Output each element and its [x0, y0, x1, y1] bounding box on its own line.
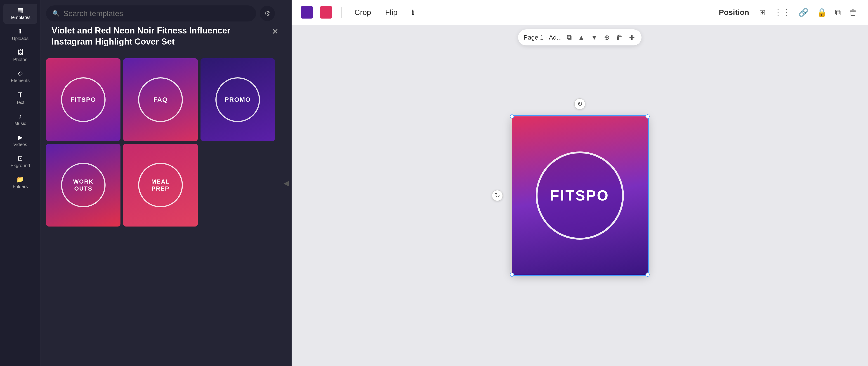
templates-grid: FITSPO FAQ PROMO WORK OUTS	[41, 58, 280, 226]
design-fitspo-text: FITSPO	[550, 187, 609, 204]
handle-bottom-left[interactable]	[510, 273, 514, 277]
template-card-promo[interactable]: PROMO	[200, 58, 275, 141]
sidebar-item-text[interactable]: T Text	[3, 88, 37, 109]
circle-label: FITSPO	[61, 77, 106, 122]
template-card-mealprep[interactable]: MEAL PREP	[123, 144, 197, 226]
page-up-button[interactable]: ▲	[577, 32, 586, 43]
text-icon: T	[18, 91, 23, 98]
template-card-fitspo[interactable]: FITSPO	[46, 58, 121, 141]
sidebar-item-label: Bkground	[11, 163, 30, 168]
info-button[interactable]: ℹ	[408, 6, 418, 18]
folders-icon: 📁	[16, 176, 24, 183]
circle-label: MEAL PREP	[138, 163, 183, 208]
circle-label: PROMO	[215, 77, 260, 122]
sidebar-item-label: Uploads	[12, 36, 29, 41]
search-icon: 🔍	[53, 10, 60, 17]
videos-icon: ▶	[18, 134, 23, 141]
lock-icon-button[interactable]: 🔒	[815, 6, 829, 19]
templates-panel: 🔍 ⚙ Violet and Red Neon Noir Fitness Inf…	[41, 0, 280, 366]
sidebar-item-folders[interactable]: 📁 Folders	[3, 173, 37, 193]
sidebar-item-background[interactable]: ⊡ Bkground	[3, 152, 37, 172]
sidebar-item-label: Elements	[11, 78, 30, 83]
sidebar-item-label: Videos	[13, 142, 27, 147]
sidebar-item-label: Music	[14, 121, 26, 126]
search-bar: 🔍 ⚙	[41, 0, 280, 25]
page-add-button[interactable]: ✚	[628, 32, 636, 43]
handle-bottom-right[interactable]	[646, 273, 650, 277]
filter-button[interactable]: ⚙	[260, 6, 275, 21]
template-card-faq[interactable]: FAQ	[123, 58, 197, 141]
rotate-top-handle[interactable]: ↻	[574, 98, 585, 110]
position-button[interactable]: Position	[715, 6, 753, 19]
top-toolbar: Crop Flip ℹ Position ⊞ ⋮⋮ 🔗 🔒 ⧉ 🗑	[291, 0, 868, 25]
search-input-wrapper[interactable]: 🔍	[46, 5, 256, 22]
align-icon-button[interactable]: ⊞	[757, 6, 768, 19]
template-card-workouts[interactable]: WORK OUTS	[46, 144, 121, 226]
background-icon: ⊡	[18, 155, 23, 162]
page-toolbar: Page 1 - Ad... ⧉ ▲ ▼ ⊕ 🗑 ✚	[518, 29, 642, 45]
music-icon: ♪	[19, 113, 22, 120]
search-input[interactable]	[63, 9, 250, 18]
delete-icon-button[interactable]: 🗑	[847, 6, 859, 19]
design-card[interactable]: ↻ FITSPO	[512, 116, 648, 275]
sidebar: ▦ Templates ⬆ Uploads 🖼 Photos ◇ Element…	[0, 0, 41, 366]
sidebar-item-photos[interactable]: 🖼 Photos	[3, 45, 37, 66]
canvas-area: Crop Flip ℹ Position ⊞ ⋮⋮ 🔗 🔒 ⧉ 🗑 Page 1…	[291, 0, 868, 366]
page-delete-button[interactable]: 🗑	[615, 32, 624, 43]
elements-icon: ◇	[18, 70, 23, 77]
sidebar-item-videos[interactable]: ▶ Videos	[3, 131, 37, 151]
sidebar-item-label: Folders	[13, 184, 28, 189]
canvas-content: ↻ ↻ FITSPO	[291, 25, 868, 366]
page-label: Page 1 - Ad...	[524, 34, 562, 41]
page-down-button[interactable]: ▼	[590, 32, 599, 43]
arrange-icon-button[interactable]: ⧉	[833, 6, 843, 19]
link-icon-button[interactable]: 🔗	[797, 6, 810, 19]
flip-button[interactable]: Flip	[381, 6, 401, 19]
sidebar-item-label: Templates	[10, 15, 31, 20]
templates-icon: ▦	[18, 7, 23, 13]
collapse-arrow-icon: ◀	[283, 179, 289, 187]
sidebar-item-uploads[interactable]: ⬆ Uploads	[3, 25, 37, 45]
collapse-handle[interactable]: ◀	[280, 0, 291, 366]
uploads-icon: ⬆	[18, 28, 23, 35]
sidebar-item-music[interactable]: ♪ Music	[3, 110, 37, 130]
handle-top-left[interactable]	[510, 114, 514, 118]
rotate-side-handle[interactable]: ↻	[492, 190, 503, 201]
page-copy-icon-button[interactable]: ⧉	[565, 32, 573, 43]
top-right-toolbar: Position ⊞ ⋮⋮ 🔗 🔒 ⧉ 🗑	[715, 6, 859, 19]
grid-icon-button[interactable]: ⋮⋮	[772, 6, 792, 19]
close-panel-button[interactable]: ✕	[270, 25, 280, 38]
circle-label: WORK OUTS	[61, 163, 106, 208]
handle-top-right[interactable]	[646, 114, 650, 118]
sidebar-item-elements[interactable]: ◇ Elements	[3, 67, 37, 87]
toolbar-divider	[341, 7, 342, 18]
sidebar-item-templates[interactable]: ▦ Templates	[3, 4, 37, 24]
sidebar-item-label: Text	[16, 100, 24, 105]
photos-icon: 🖼	[17, 49, 24, 56]
color-swatch-red[interactable]	[320, 6, 332, 19]
template-title-row: Violet and Red Neon Noir Fitness Influen…	[41, 25, 280, 58]
sidebar-item-label: Photos	[13, 57, 27, 62]
circle-label: FAQ	[138, 77, 183, 122]
crop-button[interactable]: Crop	[351, 6, 375, 19]
template-title: Violet and Red Neon Noir Fitness Influen…	[46, 25, 250, 53]
color-swatch-purple[interactable]	[301, 6, 313, 19]
page-duplicate-button[interactable]: ⊕	[602, 32, 611, 43]
design-circle: FITSPO	[536, 151, 624, 240]
